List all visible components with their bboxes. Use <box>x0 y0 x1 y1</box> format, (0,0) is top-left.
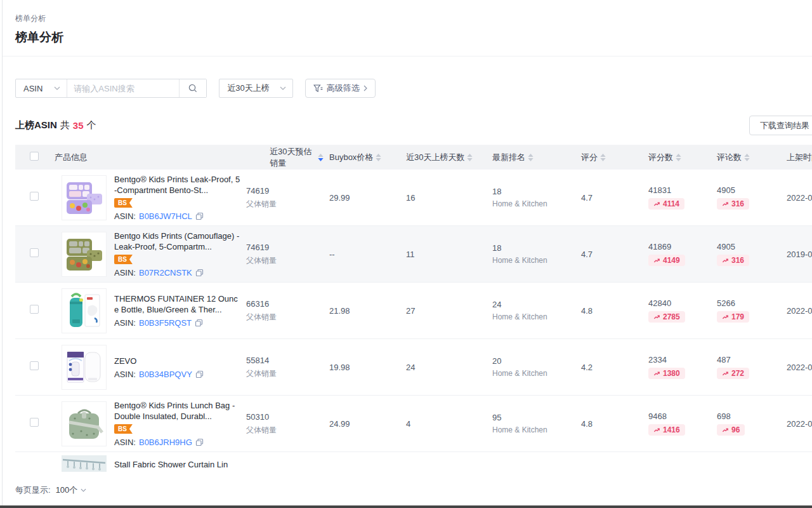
asin-link[interactable]: B0B3F5RQST <box>139 318 192 328</box>
product-image[interactable] <box>62 345 107 390</box>
advanced-filter-button[interactable]: 高级筛选 <box>305 79 376 98</box>
column-header-rank[interactable]: 最新排名 <box>488 152 577 163</box>
rating-value: 4.7 <box>581 193 593 203</box>
product-image[interactable] <box>62 401 107 446</box>
rating-value: 4.8 <box>581 419 593 429</box>
sales-sub-label: 父体销量 <box>246 368 324 379</box>
listed-date: 2022-0 <box>787 193 812 203</box>
bottom-scrollbar[interactable] <box>0 505 812 508</box>
product-image[interactable] <box>62 232 107 277</box>
trend-up-icon <box>653 201 660 208</box>
rating-count-trend-badge: 1416 <box>648 424 685 436</box>
summary-count: 35 <box>73 120 84 131</box>
rating-count: 2334 <box>648 355 712 364</box>
rating-count-trend-badge: 1380 <box>648 368 685 379</box>
sort-icon[interactable] <box>467 154 473 161</box>
column-header-sales[interactable]: 近30天预估销量 <box>241 146 324 169</box>
review-count-trend-badge: 272 <box>717 368 749 379</box>
listed-date: 2022-0 <box>787 419 812 429</box>
rank-value: 20 <box>492 356 577 366</box>
sales-value: 55814 <box>246 356 324 365</box>
best-seller-badge: BS <box>114 424 133 434</box>
summary-unit: 个 <box>87 119 96 131</box>
asin-link[interactable]: B0B34BPQVY <box>139 370 192 379</box>
download-results-button[interactable]: 下载查询结果 <box>749 116 812 135</box>
product-title[interactable]: Bentgo® Kids Prints Leak-Proof, 5-Compar… <box>114 174 241 196</box>
sort-icon[interactable] <box>676 154 681 161</box>
table-row: Bentgo Kids Prints (Camouflage) - Leak-P… <box>15 226 812 283</box>
rank-category: Home & Kitchen <box>492 425 577 434</box>
sort-icon[interactable] <box>744 154 750 161</box>
rating-count: 9468 <box>648 411 712 421</box>
asin-link[interactable]: B0B6JRH9HG <box>139 438 192 447</box>
copy-icon[interactable] <box>195 212 204 220</box>
rating-count-trend-badge: 4114 <box>648 198 684 210</box>
product-image[interactable] <box>62 288 107 333</box>
column-header-rating[interactable]: 评分 <box>577 152 644 163</box>
chevron-down-icon <box>81 488 86 492</box>
column-header-reviews[interactable]: 评论数 <box>712 152 782 163</box>
column-header-listed-date[interactable]: 上架时间 <box>782 152 812 163</box>
column-header-product: 产品信息 <box>47 152 241 163</box>
asin-label: ASIN: <box>114 211 136 221</box>
sales-sub-label: 父体销量 <box>246 255 324 266</box>
row-checkbox[interactable] <box>30 192 39 201</box>
copy-icon[interactable] <box>195 438 204 446</box>
rank-category: Home & Kitchen <box>492 369 577 378</box>
row-checkbox[interactable] <box>30 305 39 314</box>
sort-icon[interactable] <box>318 154 324 161</box>
advanced-filter-label: 高级筛选 <box>327 83 360 94</box>
result-summary: 上榜ASIN 共 35 个 <box>15 119 96 131</box>
search-input[interactable] <box>67 79 179 97</box>
row-checkbox[interactable] <box>30 248 39 257</box>
sort-icon[interactable] <box>528 154 534 161</box>
search-button[interactable] <box>179 79 206 97</box>
table-header-row: 产品信息 近30天预估销量 Buybox价格 近30天上榜天数 <box>15 145 812 170</box>
pagination-bar: 每页显示: 100个 <box>15 485 86 496</box>
asin-link[interactable]: B0B6JW7HCL <box>139 211 192 221</box>
funnel-icon <box>313 84 323 93</box>
product-title[interactable]: THERMOS FUNTAINER 12 Ounce Bottle, Blue/… <box>114 293 241 315</box>
table-row: Bentgo® Kids Prints Lunch Bag - Double I… <box>15 396 812 452</box>
listed-date: 2022-0 <box>787 363 812 372</box>
buybox-price: 21.98 <box>329 306 350 316</box>
search-type-select[interactable]: ASIN <box>16 79 67 97</box>
product-title[interactable]: Stall Fabric Shower Curtain Lin <box>114 460 228 469</box>
copy-icon[interactable] <box>195 269 204 277</box>
product-title[interactable]: Bentgo Kids Prints (Camouflage) - Leak-P… <box>114 231 241 252</box>
table-row-partial: Stall Fabric Shower Curtain Lin <box>15 452 812 473</box>
column-header-buybox[interactable]: Buybox价格 <box>324 152 400 163</box>
row-checkbox[interactable] <box>30 418 39 427</box>
listed-date: 2019-0 <box>787 250 812 259</box>
sales-value: 66316 <box>246 299 324 309</box>
chevron-down-icon <box>280 86 286 90</box>
select-all-checkbox[interactable] <box>30 152 39 161</box>
row-checkbox[interactable] <box>30 361 39 370</box>
rank-value: 95 <box>492 413 577 422</box>
breadcrumb[interactable]: 榜单分析 <box>15 13 46 24</box>
copy-icon[interactable] <box>195 370 204 378</box>
sort-icon[interactable] <box>600 154 606 161</box>
header-divider <box>3 56 812 57</box>
buybox-price: 29.99 <box>329 193 350 203</box>
date-range-select[interactable]: 近30天上榜 <box>219 79 292 98</box>
table-row: ZEVO ASIN: B0B34BPQVY 55814父体销量 19.98 24… <box>15 339 812 396</box>
product-image[interactable] <box>62 455 107 472</box>
sales-value: 74619 <box>246 243 324 252</box>
page-size-select[interactable]: 100个 <box>56 485 87 496</box>
buybox-price: 19.98 <box>329 363 350 372</box>
product-title[interactable]: ZEVO <box>114 356 241 366</box>
sort-icon[interactable] <box>376 154 381 161</box>
product-title[interactable]: Bentgo® Kids Prints Lunch Bag - Double I… <box>114 400 241 422</box>
copy-icon[interactable] <box>195 319 203 327</box>
page-size-label: 每页显示: <box>15 485 51 496</box>
column-header-days[interactable]: 近30天上榜天数 <box>400 152 488 163</box>
buybox-price: -- <box>329 250 335 259</box>
sales-value: 74619 <box>246 186 324 196</box>
asin-link[interactable]: B07R2CNSTK <box>139 268 192 277</box>
column-header-rating-count[interactable]: 评分数 <box>644 152 712 163</box>
best-seller-badge: BS <box>114 198 133 208</box>
listed-date: 2022-0 <box>787 306 812 316</box>
rank-value: 24 <box>492 300 577 309</box>
product-image[interactable] <box>62 175 107 220</box>
